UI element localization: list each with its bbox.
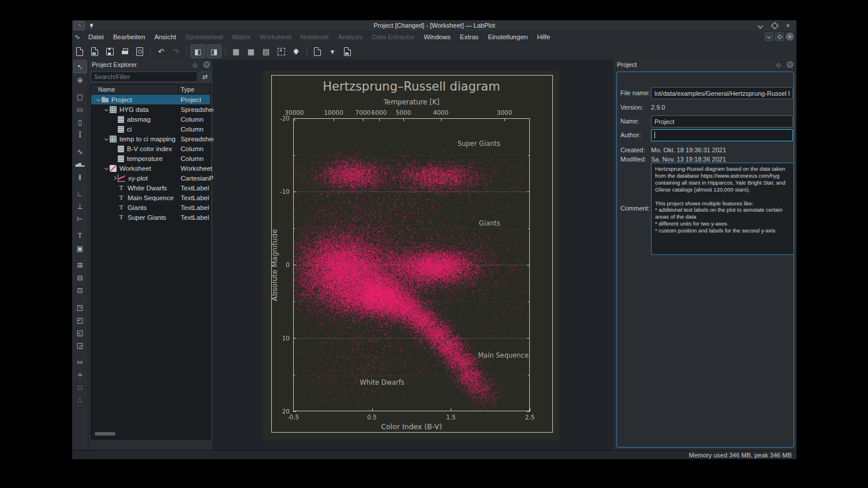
tree-row-worksheet[interactable]: WorksheetWorksheet — [91, 163, 210, 173]
auto-scale-y-button[interactable]: ∻ — [74, 369, 87, 381]
zoom-select-button[interactable]: ▢ — [74, 91, 87, 103]
menu-extras[interactable]: Extras — [455, 32, 484, 42]
new-workbook-button[interactable]: ▤ — [259, 45, 273, 58]
subwindow-restore-button[interactable] — [775, 32, 784, 41]
pin-icon[interactable] — [89, 24, 93, 28]
toggle-project-explorer-button[interactable]: ◧ — [190, 44, 205, 58]
shift-left-button[interactable]: ◰ — [74, 314, 87, 326]
tree-column-header[interactable]: Name Type — [91, 85, 210, 95]
cursor-line-button[interactable]: I — [74, 129, 87, 141]
new-spreadsheet-button[interactable]: ▦ — [229, 45, 243, 58]
column-header-type[interactable]: Type — [181, 86, 194, 93]
add-boxplot-button[interactable]: ≬ — [74, 171, 87, 183]
close-dock-icon[interactable]: ✕ — [787, 61, 794, 68]
tree-row-xy-plot[interactable]: xy-plotCartesianPlot — [91, 173, 210, 183]
zoom-out-button[interactable]: ⊟ — [74, 272, 87, 284]
redo-button[interactable]: ↷ — [169, 45, 183, 58]
print-preview-button[interactable] — [133, 45, 147, 58]
auto-fit-button[interactable]: ∴ — [74, 394, 87, 406]
minimize-button[interactable] — [758, 22, 765, 29]
filter-options-button[interactable]: ⇄ — [199, 72, 211, 82]
float-dock-icon[interactable]: ◇ — [193, 62, 197, 68]
tree-row-white-dwarfs[interactable]: TWhite DwarfsTextLabel — [91, 183, 210, 193]
add-vertical-axis-button[interactable]: ⊢ — [74, 213, 87, 225]
menu-einstellungen[interactable]: Einstellungen — [483, 32, 532, 42]
name-input[interactable] — [651, 115, 793, 127]
hr-scatter-plot[interactable] — [286, 111, 537, 418]
worksheet-view[interactable]: Hertzsprung–Russell diagram Temperature … — [263, 70, 559, 441]
float-dock-icon[interactable]: ◇ — [776, 62, 781, 68]
tree-row-b-v-color-index[interactable]: B-V color indexColumn — [91, 144, 210, 153]
expander-open-icon[interactable] — [103, 137, 110, 140]
tree-row-super-giants[interactable]: TSuper GiantsTextLabel — [91, 212, 210, 222]
horizontal-scrollbar[interactable] — [93, 432, 208, 436]
add-text-label-button[interactable]: T — [74, 230, 87, 242]
zoom-select-x-button[interactable]: ▭ — [74, 103, 87, 115]
subwindow-minimize-button[interactable] — [765, 32, 773, 41]
column-separator[interactable] — [178, 85, 178, 94]
shift-right-button[interactable]: ◳ — [74, 301, 87, 313]
plot-annotation-main-sequence[interactable]: Main Sequence — [478, 351, 529, 359]
zoom-select-y-button[interactable]: ▯ — [74, 116, 87, 128]
add-axis-ticks-button[interactable]: ⊥ — [74, 200, 87, 212]
author-input[interactable] — [651, 129, 793, 141]
worksheet-icon — [110, 165, 117, 172]
auto-scale-x-button[interactable]: ∺ — [74, 356, 87, 368]
file-name-input[interactable] — [651, 87, 793, 99]
scrollbar-handle[interactable] — [95, 432, 115, 436]
menu-hilfe[interactable]: Hilfe — [532, 32, 555, 42]
open-project-button[interactable] — [88, 45, 102, 58]
navigate-crosshair-button[interactable]: ⊕ — [74, 74, 87, 86]
expander-open-icon[interactable] — [103, 167, 110, 170]
tree-row-hyg-data[interactable]: HYG dataSpreadsheet — [91, 104, 210, 114]
zoom-fit-button[interactable]: ⊡ — [74, 284, 87, 296]
tree-row-giants[interactable]: TGiantsTextLabel — [91, 202, 210, 212]
add-histogram-button[interactable]: ▄▆▂ — [74, 158, 87, 170]
title-bar[interactable]: ∿ Project [Changed] - [Worksheet] — LabP… — [72, 20, 796, 31]
add-image-button[interactable]: ▣ — [74, 242, 87, 254]
search-input[interactable] — [91, 72, 197, 82]
plot-annotation-giants[interactable]: Giants — [479, 219, 500, 227]
tree-row-absmag[interactable]: absmagColumn — [91, 114, 210, 124]
menu-windows[interactable]: Windows — [419, 32, 455, 42]
color-theme-button[interactable] — [289, 45, 303, 58]
shift-up-button[interactable]: ◱ — [74, 326, 87, 339]
maximize-button[interactable] — [772, 22, 779, 29]
column-header-name[interactable]: Name — [91, 86, 115, 93]
project-explorer-header[interactable]: Project Explorer ◇ ✕ — [88, 59, 213, 70]
expander-closed-icon[interactable] — [111, 177, 118, 179]
print-button[interactable] — [118, 45, 132, 58]
tree-row-project[interactable]: ProjectProject — [91, 95, 210, 104]
menu-datei[interactable]: Datei — [84, 32, 108, 42]
tree-row-ci[interactable]: ciColumn — [91, 124, 210, 134]
new-matrix-button[interactable]: ▩ — [244, 45, 258, 58]
auto-scale-button[interactable]: ∷ — [74, 381, 87, 393]
close-button[interactable]: × — [786, 22, 793, 29]
new-notebook-button[interactable] — [341, 45, 354, 58]
add-xy-curve-button[interactable]: ∿ — [74, 145, 87, 157]
tree-row-temp-to-ci-mapping[interactable]: temp to ci mappingSpreadsheet — [91, 134, 210, 144]
window-menu-dropdown[interactable]: ▾ — [326, 45, 339, 58]
zoom-in-button[interactable]: ⊞ — [74, 259, 87, 271]
expander-open-icon[interactable] — [103, 108, 110, 111]
comment-textarea[interactable]: Hertzsprung-Russel diagram based on the … — [651, 163, 794, 255]
subwindow-close-button[interactable]: × — [785, 32, 794, 41]
select-cursor-button[interactable]: ↖ — [73, 60, 87, 73]
tree-row-main-sequence[interactable]: TMain SequenceTextLabel — [91, 193, 210, 202]
add-axis-button[interactable]: ∟ — [74, 187, 87, 200]
new-worksheet-button[interactable] — [310, 45, 324, 58]
shift-down-button[interactable]: ◲ — [74, 339, 87, 351]
new-project-button[interactable] — [73, 45, 87, 58]
undo-button[interactable]: ↶ — [154, 45, 168, 58]
menu-ansicht[interactable]: Ansicht — [150, 32, 181, 42]
close-dock-icon[interactable]: ✕ — [203, 61, 210, 68]
tree-row-temperature[interactable]: temperatureColumn — [91, 153, 210, 163]
menu-bearbeiten[interactable]: Bearbeiten — [108, 32, 150, 42]
expander-open-icon[interactable] — [95, 98, 102, 101]
toggle-properties-explorer-button[interactable]: ◨ — [207, 44, 222, 58]
plot-annotation-white-dwarfs[interactable]: White Dwarfs — [360, 378, 405, 386]
plot-annotation-super-giants[interactable]: Super Giants — [458, 140, 500, 148]
new-datapicker-button[interactable] — [274, 45, 288, 58]
save-project-button[interactable] — [103, 45, 117, 58]
properties-header[interactable]: Project ◇ ✕ — [613, 59, 796, 70]
